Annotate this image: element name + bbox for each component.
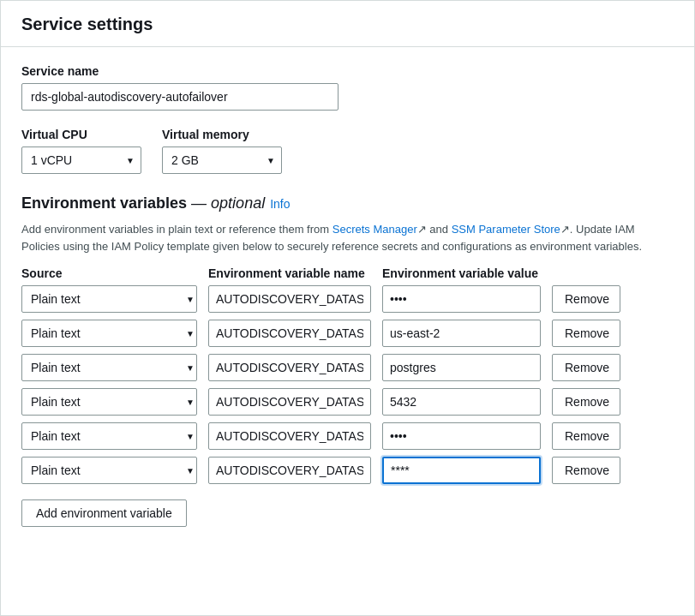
env-source-select-1[interactable]: Plain text Secrets Manager SSM Parameter… bbox=[21, 285, 197, 313]
env-name-input-5[interactable] bbox=[208, 422, 371, 450]
service-name-input[interactable] bbox=[21, 83, 339, 111]
vmem-label: Virtual memory bbox=[162, 128, 282, 141]
remove-button-5[interactable]: Remove bbox=[552, 422, 620, 450]
env-source-select-4[interactable]: Plain text Secrets Manager SSM Parameter… bbox=[21, 388, 197, 416]
env-row: Plain text Secrets Manager SSM Parameter… bbox=[21, 285, 674, 313]
col-action bbox=[552, 266, 620, 280]
remove-button-6[interactable]: Remove bbox=[552, 457, 620, 484]
env-source-select-2[interactable]: Plain text Secrets Manager SSM Parameter… bbox=[21, 320, 197, 347]
vcpu-select[interactable]: 0.25 vCPU 0.5 vCPU 1 vCPU 2 vCPU 4 vCPU bbox=[21, 147, 141, 174]
env-row: Plain text Secrets Manager SSM Parameter… bbox=[21, 354, 674, 381]
env-row: Plain text Secrets Manager SSM Parameter… bbox=[21, 422, 674, 450]
env-name-input-4[interactable] bbox=[208, 388, 371, 416]
env-value-input-6[interactable] bbox=[382, 457, 541, 484]
service-name-label: Service name bbox=[21, 64, 674, 78]
secrets-manager-link[interactable]: Secrets Manager bbox=[333, 223, 417, 236]
col-source: Source bbox=[21, 266, 201, 280]
remove-button-1[interactable]: Remove bbox=[552, 285, 620, 313]
remove-button-2[interactable]: Remove bbox=[552, 320, 620, 347]
env-row: Plain text Secrets Manager SSM Parameter… bbox=[21, 457, 674, 484]
env-value-input-5[interactable] bbox=[382, 422, 541, 450]
env-value-input-3[interactable] bbox=[382, 354, 541, 381]
env-source-select-6[interactable]: Plain text Secrets Manager SSM Parameter… bbox=[21, 457, 197, 484]
env-description: Add environment variables in plain text … bbox=[21, 221, 673, 254]
info-link[interactable]: Info bbox=[270, 197, 290, 211]
ssm-link[interactable]: SSM Parameter Store bbox=[452, 223, 560, 236]
vcpu-label: Virtual CPU bbox=[21, 128, 141, 141]
env-name-input-6[interactable] bbox=[208, 457, 371, 484]
env-value-input-1[interactable] bbox=[382, 285, 541, 313]
vmem-select[interactable]: 0.5 GB 1 GB 2 GB 3 GB 4 GB 8 GB bbox=[162, 147, 282, 174]
env-section-title: Environment variables — optional bbox=[21, 194, 265, 212]
env-row: Plain text Secrets Manager SSM Parameter… bbox=[21, 388, 674, 416]
env-source-select-3[interactable]: Plain text Secrets Manager SSM Parameter… bbox=[21, 354, 197, 381]
env-source-select-5[interactable]: Plain text Secrets Manager SSM Parameter… bbox=[21, 422, 197, 450]
env-table-header: Source Environment variable name Environ… bbox=[21, 266, 674, 280]
add-env-variable-button[interactable]: Add environment variable bbox=[21, 499, 187, 527]
col-name: Environment variable name bbox=[208, 266, 375, 280]
env-name-input-2[interactable] bbox=[208, 320, 371, 347]
env-value-input-2[interactable] bbox=[382, 320, 541, 347]
col-value: Environment variable value bbox=[382, 266, 545, 280]
remove-button-3[interactable]: Remove bbox=[552, 354, 620, 381]
env-name-input-1[interactable] bbox=[208, 285, 371, 313]
page-title: Service settings bbox=[21, 15, 674, 34]
remove-button-4[interactable]: Remove bbox=[552, 388, 620, 416]
env-value-input-4[interactable] bbox=[382, 388, 541, 416]
env-row: Plain text Secrets Manager SSM Parameter… bbox=[21, 320, 674, 347]
env-name-input-3[interactable] bbox=[208, 354, 371, 381]
